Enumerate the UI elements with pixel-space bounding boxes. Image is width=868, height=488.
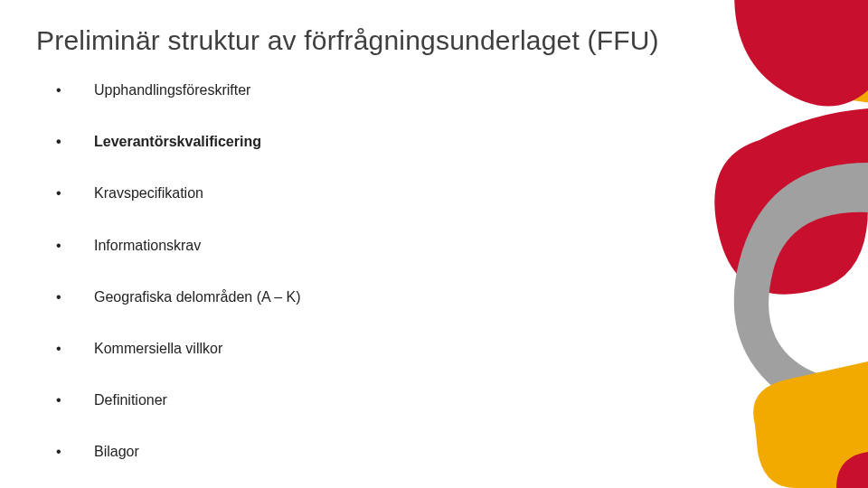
page-title: Preliminär struktur av förfrågningsunder… xyxy=(36,25,832,56)
list-item: Kommersiella villkor xyxy=(56,340,832,357)
list-item: Upphandlingsföreskrifter xyxy=(56,81,832,99)
list-item: Leverantörskvalificering xyxy=(56,133,832,150)
list-item: Definitioner xyxy=(56,391,832,408)
list-item: Bilagor xyxy=(56,443,832,460)
bullet-list: Upphandlingsföreskrifter Leverantörskval… xyxy=(36,81,832,461)
list-item: Geografiska delområden (A – K) xyxy=(56,288,832,305)
list-item: Informationskrav xyxy=(56,237,832,254)
slide: Preliminär struktur av förfrågningsunder… xyxy=(0,0,868,488)
list-item: Kravspecifikation xyxy=(56,184,832,202)
